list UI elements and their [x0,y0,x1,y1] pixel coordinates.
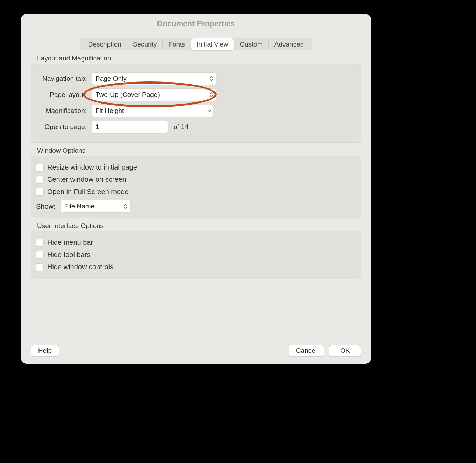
label-center-window: Center window on screen [47,176,126,184]
updown-icon [210,76,213,81]
open-to-page-input[interactable] [92,121,168,133]
tab-fonts[interactable]: Fonts [163,38,191,50]
label-page-layout: Page layout: [36,91,87,99]
checkbox-center-window[interactable] [36,176,44,184]
label-hide-window-controls: Hide window controls [47,263,113,271]
tab-custom[interactable]: Custom [234,38,268,50]
tab-initial-view[interactable]: Initial View [191,38,234,50]
footer: Help Cancel OK [31,345,361,357]
label-magnification: Magnification: [36,107,87,115]
checkbox-hide-menu[interactable] [36,239,44,247]
tab-description[interactable]: Description [83,38,127,50]
tab-security[interactable]: Security [127,38,163,50]
checkbox-hide-toolbars[interactable] [36,251,44,259]
show-value: File Name [64,202,95,210]
window-title: Document Properties [21,14,371,34]
magnification-select[interactable]: Fit Height [92,105,214,117]
label-hide-toolbars: Hide tool bars [47,251,90,259]
checkbox-fullscreen[interactable] [36,188,44,196]
tabs: Description Security Fonts Initial View … [80,38,312,50]
window-options-panel: Resize window to initial page Center win… [31,156,361,218]
checkbox-hide-window-controls[interactable] [36,263,44,271]
label-hide-menu: Hide menu bar [47,238,93,247]
document-properties-window: Document Properties Description Security… [21,14,371,364]
label-fullscreen: Open in Full Screen mode [47,188,128,196]
show-select[interactable]: File Name [61,200,131,213]
section-ui-title: User Interface Options [37,222,361,230]
label-resize-window: Resize window to initial page [47,163,137,171]
navigation-tab-select[interactable]: Page Only [92,72,216,85]
layout-panel: Navigation tab: Page Only Page layout: T… [31,64,361,143]
magnification-value: Fit Height [96,107,124,115]
updown-icon [210,92,213,97]
label-navigation-tab: Navigation tab: [36,75,87,83]
label-show: Show: [36,202,56,211]
checkbox-resize-window[interactable] [36,164,44,171]
tab-advanced[interactable]: Advanced [269,38,310,50]
section-window-title: Window Options [37,147,361,155]
help-button[interactable]: Help [31,345,59,357]
cancel-button[interactable]: Cancel [289,345,324,357]
page-count-text: of 14 [174,123,188,131]
updown-icon [124,204,127,209]
chevron-down-icon [205,105,213,117]
ui-options-panel: Hide menu bar Hide tool bars Hide window… [31,231,361,278]
page-layout-select[interactable]: Two-Up (Cover Page) [92,88,216,101]
content-area: Description Security Fonts Initial View … [31,38,361,336]
section-layout-title: Layout and Magnification [37,55,361,62]
label-open-to-page: Open to page: [36,123,87,131]
page-layout-value: Two-Up (Cover Page) [96,91,160,99]
ok-button[interactable]: OK [329,345,361,357]
navigation-tab-value: Page Only [96,75,127,83]
